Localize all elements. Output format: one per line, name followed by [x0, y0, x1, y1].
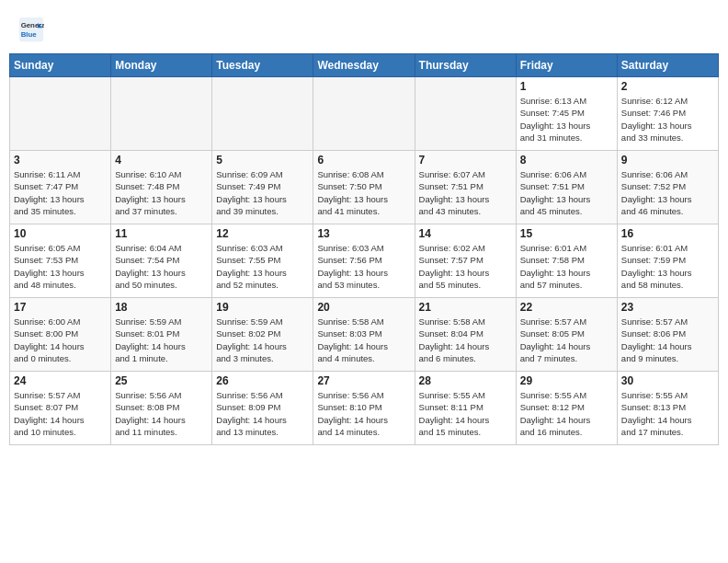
calendar-cell: 6Sunrise: 6:08 AMSunset: 7:50 PMDaylight…	[313, 151, 415, 224]
calendar-cell: 21Sunrise: 5:58 AMSunset: 8:04 PMDayligh…	[415, 298, 516, 372]
day-number: 22	[520, 301, 613, 314]
day-number: 19	[216, 301, 309, 314]
calendar-cell: 26Sunrise: 5:56 AMSunset: 8:09 PMDayligh…	[212, 372, 313, 445]
day-number: 28	[419, 374, 512, 387]
calendar-cell: 8Sunrise: 6:06 AMSunset: 7:51 PMDaylight…	[516, 151, 617, 224]
calendar-header-sunday: Sunday	[10, 54, 111, 77]
day-number: 27	[317, 374, 410, 387]
day-number: 9	[621, 154, 714, 167]
day-info: Sunrise: 6:04 AMSunset: 7:54 PMDaylight:…	[115, 242, 208, 291]
calendar-cell: 1Sunrise: 6:13 AMSunset: 7:45 PMDaylight…	[516, 77, 617, 151]
day-number: 8	[520, 154, 613, 167]
day-number: 7	[419, 154, 512, 167]
day-info: Sunrise: 5:55 AMSunset: 8:11 PMDaylight:…	[419, 389, 512, 438]
calendar-week-4: 17Sunrise: 6:00 AMSunset: 8:00 PMDayligh…	[10, 298, 719, 372]
day-number: 11	[115, 227, 208, 240]
day-info: Sunrise: 6:01 AMSunset: 7:59 PMDaylight:…	[621, 242, 714, 291]
day-number: 16	[621, 227, 714, 240]
day-info: Sunrise: 6:13 AMSunset: 7:45 PMDaylight:…	[520, 95, 613, 144]
calendar-cell: 16Sunrise: 6:01 AMSunset: 7:59 PMDayligh…	[617, 224, 718, 298]
calendar-cell: 12Sunrise: 6:03 AMSunset: 7:55 PMDayligh…	[212, 224, 313, 298]
day-number: 6	[317, 154, 410, 167]
calendar-cell: 20Sunrise: 5:58 AMSunset: 8:03 PMDayligh…	[313, 298, 415, 372]
calendar-cell	[313, 77, 415, 151]
calendar-cell	[415, 77, 516, 151]
day-info: Sunrise: 5:56 AMSunset: 8:08 PMDaylight:…	[115, 389, 208, 438]
calendar-cell: 9Sunrise: 6:06 AMSunset: 7:52 PMDaylight…	[617, 151, 718, 224]
day-info: Sunrise: 6:11 AMSunset: 7:47 PMDaylight:…	[14, 168, 107, 217]
day-number: 29	[520, 374, 613, 387]
calendar-header-wednesday: Wednesday	[313, 54, 415, 77]
day-info: Sunrise: 6:02 AMSunset: 7:57 PMDaylight:…	[419, 242, 512, 291]
day-number: 23	[621, 301, 714, 314]
calendar-cell: 23Sunrise: 5:57 AMSunset: 8:06 PMDayligh…	[617, 298, 718, 372]
calendar-cell: 24Sunrise: 5:57 AMSunset: 8:07 PMDayligh…	[10, 372, 111, 445]
calendar-cell: 4Sunrise: 6:10 AMSunset: 7:48 PMDaylight…	[111, 151, 212, 224]
calendar-cell: 10Sunrise: 6:05 AMSunset: 7:53 PMDayligh…	[10, 224, 111, 298]
calendar-cell: 7Sunrise: 6:07 AMSunset: 7:51 PMDaylight…	[415, 151, 516, 224]
calendar-header-saturday: Saturday	[617, 54, 718, 77]
page-header: General Blue	[9, 9, 719, 46]
calendar-week-1: 1Sunrise: 6:13 AMSunset: 7:45 PMDaylight…	[10, 77, 719, 151]
calendar-cell: 29Sunrise: 5:55 AMSunset: 8:12 PMDayligh…	[516, 372, 617, 445]
day-number: 12	[216, 227, 309, 240]
calendar-cell: 15Sunrise: 6:01 AMSunset: 7:58 PMDayligh…	[516, 224, 617, 298]
calendar-cell: 30Sunrise: 5:55 AMSunset: 8:13 PMDayligh…	[617, 372, 718, 445]
calendar-cell: 17Sunrise: 6:00 AMSunset: 8:00 PMDayligh…	[10, 298, 111, 372]
day-number: 13	[317, 227, 410, 240]
logo-icon: General Blue	[18, 17, 44, 42]
day-info: Sunrise: 5:59 AMSunset: 8:01 PMDaylight:…	[115, 316, 208, 364]
day-number: 14	[419, 227, 512, 240]
day-info: Sunrise: 5:55 AMSunset: 8:12 PMDaylight:…	[520, 389, 613, 438]
day-number: 10	[14, 227, 107, 240]
day-number: 2	[621, 80, 714, 93]
day-number: 1	[520, 80, 613, 93]
day-number: 15	[520, 227, 613, 240]
day-info: Sunrise: 6:03 AMSunset: 7:56 PMDaylight:…	[317, 242, 410, 291]
day-info: Sunrise: 5:58 AMSunset: 8:03 PMDaylight:…	[317, 316, 410, 364]
day-info: Sunrise: 6:06 AMSunset: 7:52 PMDaylight:…	[621, 168, 714, 217]
day-number: 5	[216, 154, 309, 167]
calendar-cell: 14Sunrise: 6:02 AMSunset: 7:57 PMDayligh…	[415, 224, 516, 298]
day-number: 25	[115, 374, 208, 387]
day-info: Sunrise: 6:00 AMSunset: 8:00 PMDaylight:…	[14, 316, 107, 364]
day-info: Sunrise: 6:03 AMSunset: 7:55 PMDaylight:…	[216, 242, 309, 291]
day-number: 26	[216, 374, 309, 387]
day-number: 17	[14, 301, 107, 314]
day-info: Sunrise: 6:01 AMSunset: 7:58 PMDaylight:…	[520, 242, 613, 291]
calendar-header-thursday: Thursday	[415, 54, 516, 77]
calendar-cell: 22Sunrise: 5:57 AMSunset: 8:05 PMDayligh…	[516, 298, 617, 372]
day-info: Sunrise: 5:59 AMSunset: 8:02 PMDaylight:…	[216, 316, 309, 364]
logo: General Blue	[18, 17, 48, 42]
day-info: Sunrise: 5:57 AMSunset: 8:05 PMDaylight:…	[520, 316, 613, 364]
day-info: Sunrise: 6:09 AMSunset: 7:49 PMDaylight:…	[216, 168, 309, 217]
day-number: 4	[115, 154, 208, 167]
day-number: 18	[115, 301, 208, 314]
calendar-cell: 5Sunrise: 6:09 AMSunset: 7:49 PMDaylight…	[212, 151, 313, 224]
calendar-cell: 25Sunrise: 5:56 AMSunset: 8:08 PMDayligh…	[111, 372, 212, 445]
calendar-cell: 28Sunrise: 5:55 AMSunset: 8:11 PMDayligh…	[415, 372, 516, 445]
calendar-cell: 18Sunrise: 5:59 AMSunset: 8:01 PMDayligh…	[111, 298, 212, 372]
day-number: 30	[621, 374, 714, 387]
day-number: 21	[419, 301, 512, 314]
calendar-cell: 3Sunrise: 6:11 AMSunset: 7:47 PMDaylight…	[10, 151, 111, 224]
day-info: Sunrise: 6:12 AMSunset: 7:46 PMDaylight:…	[621, 95, 714, 144]
calendar-header-friday: Friday	[516, 54, 617, 77]
day-number: 3	[14, 154, 107, 167]
calendar-week-2: 3Sunrise: 6:11 AMSunset: 7:47 PMDaylight…	[10, 151, 719, 224]
calendar-cell	[111, 77, 212, 151]
day-info: Sunrise: 6:05 AMSunset: 7:53 PMDaylight:…	[14, 242, 107, 291]
calendar-cell: 2Sunrise: 6:12 AMSunset: 7:46 PMDaylight…	[617, 77, 718, 151]
calendar-week-5: 24Sunrise: 5:57 AMSunset: 8:07 PMDayligh…	[10, 372, 719, 445]
calendar-table: SundayMondayTuesdayWednesdayThursdayFrid…	[9, 53, 719, 445]
calendar-cell	[10, 77, 111, 151]
day-info: Sunrise: 6:10 AMSunset: 7:48 PMDaylight:…	[115, 168, 208, 217]
day-info: Sunrise: 5:57 AMSunset: 8:06 PMDaylight:…	[621, 316, 714, 364]
calendar-cell: 27Sunrise: 5:56 AMSunset: 8:10 PMDayligh…	[313, 372, 415, 445]
svg-text:Blue: Blue	[21, 30, 38, 39]
calendar-body: 1Sunrise: 6:13 AMSunset: 7:45 PMDaylight…	[10, 77, 719, 445]
day-info: Sunrise: 5:57 AMSunset: 8:07 PMDaylight:…	[14, 389, 107, 438]
day-info: Sunrise: 5:55 AMSunset: 8:13 PMDaylight:…	[621, 389, 714, 438]
svg-text:General: General	[21, 21, 44, 29]
calendar-cell	[212, 77, 313, 151]
